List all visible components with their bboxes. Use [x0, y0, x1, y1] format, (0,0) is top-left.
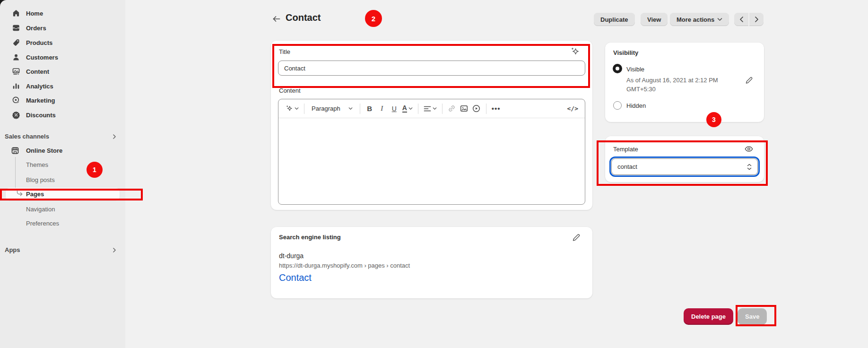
chevron-down-icon	[433, 107, 437, 110]
annotation-badge-3: 3	[706, 112, 721, 127]
template-card: Template contact	[605, 136, 764, 182]
sidebar-item-online-store[interactable]: Online Store	[0, 143, 125, 157]
alignment-button[interactable]	[422, 102, 439, 115]
back-button[interactable]	[271, 13, 282, 25]
pagination	[734, 13, 764, 26]
seo-page-link[interactable]: Contact	[279, 272, 312, 283]
chevron-right-icon[interactable]	[112, 247, 117, 253]
title-field-label: Title	[279, 48, 290, 55]
eye-icon[interactable]	[744, 144, 754, 154]
sidebar-item-preferences[interactable]: Preferences	[0, 216, 125, 230]
sidebar-item-customers[interactable]: Customers	[0, 50, 125, 64]
seo-url: https://dt-durga.myshopify.com › pages ›…	[279, 262, 410, 269]
toolbar-separator	[486, 104, 486, 114]
sidebar-item-analytics[interactable]: Analytics	[0, 79, 125, 93]
annotation-badge-1: 1	[87, 162, 103, 178]
title-input[interactable]	[278, 61, 585, 76]
annotation-badge-2: 2	[365, 10, 382, 27]
toolbar-separator	[304, 104, 304, 114]
view-button[interactable]: View	[641, 13, 668, 26]
chevron-right-icon	[755, 17, 759, 22]
apps-header[interactable]: Apps	[5, 246, 20, 253]
page-title: Contact	[286, 12, 321, 23]
hidden-label: Hidden	[626, 102, 646, 109]
visibility-card: Visibility Visible As of August 16, 2021…	[605, 43, 764, 122]
chevron-down-icon	[295, 107, 299, 110]
editor-toolbar: Paragraph B I U A	[278, 99, 585, 118]
more-actions-button[interactable]: More actions	[670, 13, 729, 26]
sidebar-item-label: Analytics	[26, 83, 53, 90]
sidebar-item-themes[interactable]: Themes	[0, 157, 125, 172]
chevron-down-icon	[717, 17, 722, 21]
play-circle-icon	[472, 104, 480, 113]
sidebar-item-blog-posts[interactable]: Blog posts	[0, 173, 125, 187]
sidebar-item-products[interactable]: Products	[0, 35, 125, 50]
editor-content-area[interactable]	[278, 118, 585, 205]
sidebar-item-label: Content	[26, 68, 49, 75]
italic-button[interactable]: I	[376, 102, 388, 115]
edit-pencil-icon[interactable]	[572, 233, 581, 242]
analytics-icon	[12, 82, 20, 90]
align-left-icon	[424, 105, 431, 112]
sidebar-item-pages[interactable]: Pages	[6, 188, 120, 200]
edit-pencil-icon[interactable]	[745, 76, 754, 84]
sidebar-item-navigation[interactable]: Navigation	[0, 202, 125, 216]
chevron-right-icon[interactable]	[112, 134, 117, 139]
duplicate-button[interactable]: Duplicate	[594, 13, 635, 26]
bold-button[interactable]: B	[364, 102, 376, 115]
template-select[interactable]: contact	[611, 158, 758, 175]
sidebar-item-label: Marketing	[26, 97, 55, 104]
underline-button[interactable]: U	[388, 102, 400, 115]
code-view-button[interactable]: </>	[565, 102, 580, 115]
discounts-icon	[12, 111, 20, 119]
visible-date-text: As of August 16, 2021 at 2:12 PM GMT+5:3…	[626, 76, 734, 94]
seo-card-heading: Search engine listing	[279, 234, 341, 241]
toolbar-separator	[442, 104, 443, 114]
delete-page-button[interactable]: Delete page	[684, 308, 733, 325]
sales-channels-header[interactable]: Sales channels	[5, 133, 49, 140]
toolbar-separator	[360, 104, 360, 114]
sidebar-item-marketing[interactable]: Marketing	[0, 93, 125, 107]
search-engine-listing-card: Search engine listing dt-durga https://d…	[271, 227, 592, 298]
marketing-icon	[12, 96, 20, 104]
insert-image-button[interactable]	[458, 102, 470, 115]
sidebar-item-label: Products	[26, 39, 52, 46]
sidebar-item-label: Customers	[26, 54, 58, 61]
text-color-button[interactable]: A	[400, 102, 415, 115]
sidebar-item-label: Online Store	[26, 147, 62, 154]
sidebar-item-discounts[interactable]: Discounts	[0, 108, 125, 122]
next-page-button[interactable]	[749, 13, 764, 26]
hidden-radio[interactable]	[613, 101, 622, 110]
toolbar-separator	[418, 104, 418, 114]
sidebar-item-label: Discounts	[26, 112, 56, 119]
sidebar-item-label: Home	[26, 10, 43, 17]
insert-link-button[interactable]	[446, 102, 458, 115]
paragraph-style-dropdown[interactable]: Paragraph	[308, 102, 356, 115]
visible-radio[interactable]	[613, 64, 622, 73]
tree-arrow-icon	[16, 191, 23, 198]
sidebar-item-home[interactable]: Home	[0, 6, 125, 20]
sidebar: Home Orders Products Customers Content A…	[0, 0, 125, 348]
more-options-button[interactable]: •••	[490, 102, 503, 115]
sidebar-item-label: Pages	[26, 191, 44, 198]
ai-sparkle-icon[interactable]	[570, 46, 580, 57]
chevron-left-icon	[739, 17, 744, 22]
ai-sparkle-icon	[285, 104, 293, 113]
visibility-heading: Visibility	[613, 49, 638, 56]
visible-label: Visible	[626, 66, 644, 73]
products-icon	[12, 38, 20, 47]
sidebar-item-label: Orders	[26, 25, 46, 32]
link-icon	[448, 104, 456, 113]
chevron-down-icon	[408, 107, 413, 110]
template-heading: Template	[613, 146, 638, 153]
online-store-icon	[11, 146, 19, 155]
chevron-down-icon	[348, 107, 353, 110]
ai-assist-button[interactable]	[283, 102, 301, 115]
content-field-label: Content	[279, 87, 301, 94]
save-button[interactable]: Save	[738, 308, 767, 325]
image-icon	[460, 104, 468, 113]
prev-page-button[interactable]	[734, 13, 748, 26]
sidebar-item-content[interactable]: Content	[0, 64, 125, 78]
sidebar-item-orders[interactable]: Orders	[0, 21, 125, 35]
insert-video-button[interactable]	[470, 102, 483, 115]
